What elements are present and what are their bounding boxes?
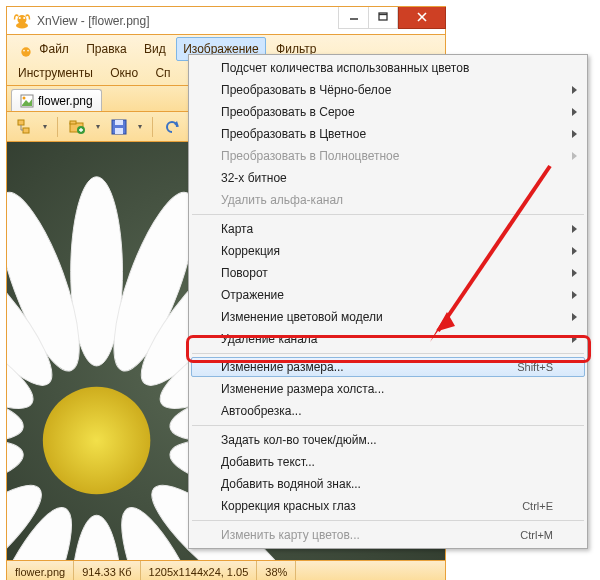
menu-item-shortcut: Shift+S: [517, 361, 557, 373]
menu-item-label: 32-х битное: [221, 171, 557, 185]
menu-item-shortcut: Ctrl+M: [520, 529, 557, 541]
menu-item[interactable]: Задать кол-во точек/дюйм...: [191, 429, 585, 451]
menu-item-label: Задать кол-во точек/дюйм...: [221, 433, 557, 447]
menu-item: Преобразовать в Полноцветное: [191, 145, 585, 167]
image-file-icon: [20, 94, 34, 108]
menu-item[interactable]: Коррекция красных глазCtrl+E: [191, 495, 585, 517]
menu-item[interactable]: Преобразовать в Чёрно-белое: [191, 79, 585, 101]
menu-item[interactable]: Изменение размера...Shift+S: [191, 357, 585, 377]
menu-separator: [192, 214, 584, 215]
svg-point-1: [19, 16, 21, 18]
menu-item-label: Изменение размера холста...: [221, 382, 557, 396]
image-menu-dropdown: Подсчет количества использованных цветов…: [188, 54, 588, 549]
svg-point-10: [23, 50, 25, 52]
app-icon-small: [11, 42, 27, 58]
maximize-button[interactable]: [368, 7, 398, 29]
status-dimensions: 1205x1144x24, 1.05: [141, 561, 258, 580]
toolbar-undo-button[interactable]: [161, 116, 183, 138]
menu-item-label: Удаление канала: [221, 332, 557, 346]
app-icon: [13, 12, 31, 30]
menu-item[interactable]: Карта: [191, 218, 585, 240]
menu-edit[interactable]: Правка: [79, 37, 134, 61]
svg-point-41: [43, 387, 151, 495]
status-filesize: 914.33 Кб: [74, 561, 140, 580]
svg-point-3: [16, 22, 28, 28]
svg-rect-15: [18, 120, 24, 125]
menu-item[interactable]: Коррекция: [191, 240, 585, 262]
menu-item[interactable]: Отражение: [191, 284, 585, 306]
menu-view[interactable]: Вид: [137, 37, 173, 61]
menu-item-label: Преобразовать в Цветное: [221, 127, 557, 141]
menu-item-label: Подсчет количества использованных цветов: [221, 61, 557, 75]
toolbar-tree-button[interactable]: [13, 116, 35, 138]
menu-item[interactable]: Поворот: [191, 262, 585, 284]
svg-rect-18: [70, 121, 76, 124]
statusbar: flower.png 914.33 Кб 1205x1144x24, 1.05 …: [7, 560, 445, 580]
menu-item: Удалить альфа-канал: [191, 189, 585, 211]
menu-item-label: Удалить альфа-канал: [221, 193, 557, 207]
svg-point-14: [23, 96, 26, 99]
svg-point-9: [21, 47, 30, 56]
minimize-button[interactable]: [338, 7, 368, 29]
menu-item: Изменить карту цветов...Ctrl+M: [191, 524, 585, 546]
menu-item-label: Добавить текст...: [221, 455, 557, 469]
menu-separator: [192, 520, 584, 521]
titlebar: XnView - [flower.png]: [7, 7, 445, 35]
menu-window[interactable]: Окно: [103, 61, 145, 85]
menu-item-label: Карта: [221, 222, 557, 236]
menu-item-label: Изменить карту цветов...: [221, 528, 520, 542]
menu-item-label: Коррекция: [221, 244, 557, 258]
toolbar-open-button[interactable]: [66, 116, 88, 138]
file-tab-label: flower.png: [38, 94, 93, 108]
menu-item[interactable]: Добавить текст...: [191, 451, 585, 473]
menu-item[interactable]: Добавить водяной знак...: [191, 473, 585, 495]
menu-separator: [192, 425, 584, 426]
toolbar-save-caret[interactable]: ▾: [136, 122, 144, 131]
menu-separator: [192, 353, 584, 354]
menu-item[interactable]: 32-х битное: [191, 167, 585, 189]
toolbar-separator: [57, 117, 58, 137]
svg-point-2: [23, 16, 25, 18]
menu-item[interactable]: Автообрезка...: [191, 400, 585, 422]
window-title: XnView - [flower.png]: [37, 14, 338, 28]
menu-item-label: Коррекция красных глаз: [221, 499, 522, 513]
menu-help[interactable]: Сп: [148, 61, 177, 85]
menu-item-label: Преобразовать в Серое: [221, 105, 557, 119]
menu-item-shortcut: Ctrl+E: [522, 500, 557, 512]
svg-point-11: [27, 50, 29, 52]
menu-item[interactable]: Изменение размера холста...: [191, 378, 585, 400]
menu-tools[interactable]: Инструменты: [11, 61, 100, 85]
menu-item[interactable]: Удаление канала: [191, 328, 585, 350]
file-tab[interactable]: flower.png: [11, 89, 102, 111]
window-buttons: [338, 7, 446, 29]
menu-item-label: Изменение цветовой модели: [221, 310, 557, 324]
svg-rect-16: [23, 128, 29, 133]
toolbar-open-caret[interactable]: ▾: [94, 122, 102, 131]
menu-item[interactable]: Преобразовать в Цветное: [191, 123, 585, 145]
menu-item-label: Автообрезка...: [221, 404, 557, 418]
menu-item-label: Добавить водяной знак...: [221, 477, 557, 491]
menu-item-label: Преобразовать в Чёрно-белое: [221, 83, 557, 97]
close-button[interactable]: [398, 7, 446, 29]
status-zoom: 38%: [257, 561, 296, 580]
svg-rect-22: [115, 128, 123, 134]
menu-item-label: Изменение размера...: [221, 360, 517, 374]
menu-item[interactable]: Преобразовать в Серое: [191, 101, 585, 123]
toolbar-tree-caret[interactable]: ▾: [41, 122, 49, 131]
toolbar-save-button[interactable]: [108, 116, 130, 138]
menu-item[interactable]: Подсчет количества использованных цветов: [191, 57, 585, 79]
menu-file[interactable]: Файл: [32, 37, 76, 61]
menu-item-label: Преобразовать в Полноцветное: [221, 149, 557, 163]
status-filename: flower.png: [7, 561, 74, 580]
svg-rect-21: [115, 120, 123, 125]
menu-item-label: Отражение: [221, 288, 557, 302]
toolbar-separator-2: [152, 117, 153, 137]
menu-item-label: Поворот: [221, 266, 557, 280]
menu-item[interactable]: Изменение цветовой модели: [191, 306, 585, 328]
